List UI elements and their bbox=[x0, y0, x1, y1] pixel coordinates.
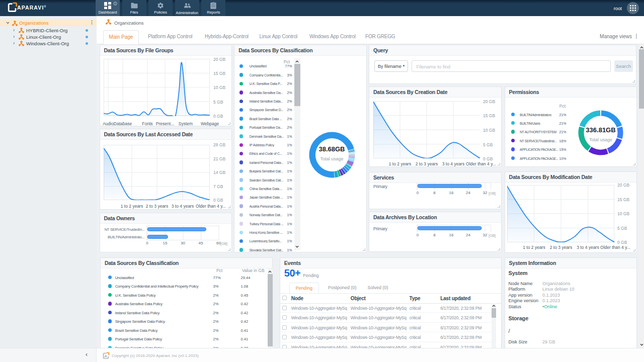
svg-text:A: A bbox=[105, 354, 108, 358]
